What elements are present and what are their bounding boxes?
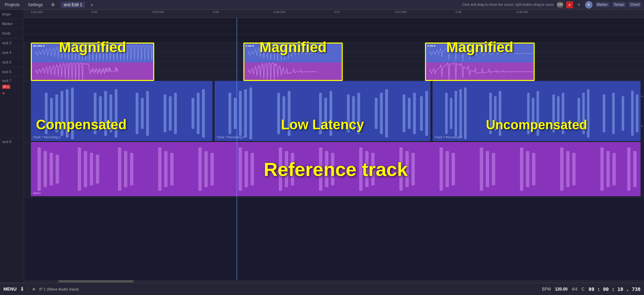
scrollbar-container: [24, 280, 644, 283]
svg-rect-82: [245, 151, 248, 187]
svg-rect-72: [118, 148, 121, 191]
svg-rect-107: [572, 153, 576, 186]
svg-rect-74: [130, 153, 133, 186]
svg-rect-93: [399, 148, 403, 191]
tracks-container[interactable]: ■■ ■■■ ■: [24, 18, 644, 280]
svg-rect-75: [158, 148, 161, 191]
track3-label: rack 3: [2, 41, 11, 45]
settings-icon[interactable]: ⚙: [49, 2, 57, 8]
svg-rect-88: [325, 151, 328, 187]
svg-rect-65: [44, 151, 47, 187]
track8-clip-reference[interactable]: Metro: [31, 142, 641, 196]
track5-label: rack 5: [2, 60, 11, 64]
top-bar-right: Click and drag to move the cursor; right…: [462, 1, 641, 9]
svg-rect-105: [560, 148, 563, 191]
svg-rect-71: [96, 155, 99, 184]
svg-rect-85: [285, 151, 288, 187]
track7-right-icon2: ◂: [641, 124, 643, 128]
svg-rect-109: [606, 151, 610, 187]
record-button[interactable]: +: [566, 1, 573, 8]
magnified-label-3: Magnified: [425, 39, 535, 56]
tempo-button[interactable]: Tempo: [612, 2, 626, 7]
svg-rect-89: [331, 153, 335, 186]
sidebar: empo Marker hords rack 3 rack 4 rack 5 r…: [0, 10, 24, 283]
track7-label: rack 7: [2, 79, 11, 83]
marker-row: [24, 26, 644, 34]
marker-button[interactable]: Marker: [595, 2, 609, 7]
scrollbar-thumb[interactable]: [58, 280, 134, 282]
svg-rect-111: [627, 148, 631, 191]
settings-tab[interactable]: Settings: [26, 2, 45, 8]
svg-rect-98: [452, 153, 455, 186]
ruler-mark-1: 0:04:500: [31, 10, 43, 14]
svg-rect-77: [170, 153, 174, 186]
svg-rect-86: [291, 153, 294, 186]
uncompensated-text-container: Uncompensated: [433, 81, 641, 141]
user-avatar[interactable]: A: [585, 1, 593, 9]
active-tab[interactable]: arst Edit 1: [61, 2, 85, 8]
svg-rect-106: [566, 151, 570, 187]
svg-rect-76: [164, 151, 168, 187]
ruler-mark-6: 0:07: [334, 10, 340, 14]
bpm-display: BPM 120.00 4/4 C 00 : 00 : 10 . 738: [542, 286, 641, 292]
waveform-purple-1: [32, 62, 153, 81]
zoom-level: 100: [557, 1, 563, 8]
sidebar-track7: rack 7 IP 1 ●: [0, 77, 24, 138]
tempo-row: [24, 18, 644, 26]
compensated-text: Compensated: [36, 117, 127, 132]
key-signature[interactable]: C: [582, 287, 585, 292]
download-button[interactable]: ⬇: [20, 286, 24, 292]
bpm-value[interactable]: 120.00: [555, 287, 568, 292]
input-label: IP 1 (Wave Audio Input): [39, 287, 79, 291]
magnified-label-2: Magnified: [243, 39, 343, 56]
svg-rect-108: [600, 148, 604, 191]
sidebar-track3: rack 3: [0, 38, 24, 48]
svg-rect-92: [371, 153, 375, 186]
sidebar-tempo: empo: [0, 10, 24, 19]
svg-rect-103: [526, 151, 530, 187]
sidebar-marker: Marker: [0, 19, 24, 29]
svg-rect-81: [239, 148, 242, 191]
chord-button[interactable]: Chord: [629, 2, 641, 7]
clip-bottom-purple-2: [244, 62, 342, 81]
waveform-purple-3: [426, 62, 534, 81]
add-button[interactable]: +: [576, 2, 582, 8]
track8-label: rack 8: [2, 140, 11, 144]
track4-label: rack 4: [2, 51, 11, 55]
sidebar-chords: hords: [0, 29, 24, 38]
svg-rect-101: [492, 153, 495, 186]
svg-rect-91: [365, 151, 369, 187]
ruler-mark-4: 0:06: [213, 10, 219, 14]
sidebar-track5: rack 5: [0, 58, 24, 67]
uncompensated-text: Uncompensated: [486, 118, 587, 132]
svg-rect-70: [90, 153, 93, 186]
svg-rect-80: [210, 153, 214, 186]
svg-rect-110: [612, 153, 616, 186]
menu-button[interactable]: MENU: [3, 286, 16, 292]
sidebar-track8: rack 8: [0, 138, 24, 283]
projects-tab[interactable]: Projects: [3, 2, 22, 8]
lowlatency-text-container: Low Latency: [215, 81, 430, 141]
timecode: 00 : 00 : 10 . 738: [588, 286, 641, 292]
tempo-label: empo: [2, 12, 11, 16]
svg-rect-104: [532, 153, 535, 186]
clip-bottom-purple-3: [426, 62, 534, 81]
track8-waveform: [31, 142, 641, 196]
content-area[interactable]: 0:04:500 0:05 0:05:500 0:06 0:06:500 0:0…: [24, 10, 644, 283]
add-tab-button[interactable]: +: [89, 2, 95, 8]
clip-bottom-purple-1: [32, 62, 153, 81]
ruler-mark-3: 0:05:500: [152, 10, 164, 14]
svg-rect-112: [633, 151, 636, 187]
svg-rect-64: [38, 148, 41, 191]
chords-label: hords: [2, 32, 11, 35]
svg-rect-73: [124, 151, 127, 187]
time-signature[interactable]: 4/4: [572, 287, 578, 292]
ruler-mark-8: 0:08: [455, 10, 462, 14]
track6-label: rack 6: [2, 70, 11, 74]
timeline-ruler[interactable]: 0:04:500 0:05 0:05:500 0:06 0:06:500 0:0…: [24, 10, 644, 18]
svg-rect-99: [480, 148, 483, 191]
divider-1: [28, 286, 28, 293]
top-bar-left: Projects Settings ⚙ arst Edit 1 +: [3, 2, 95, 8]
svg-rect-67: [56, 155, 59, 184]
svg-rect-90: [359, 148, 363, 191]
